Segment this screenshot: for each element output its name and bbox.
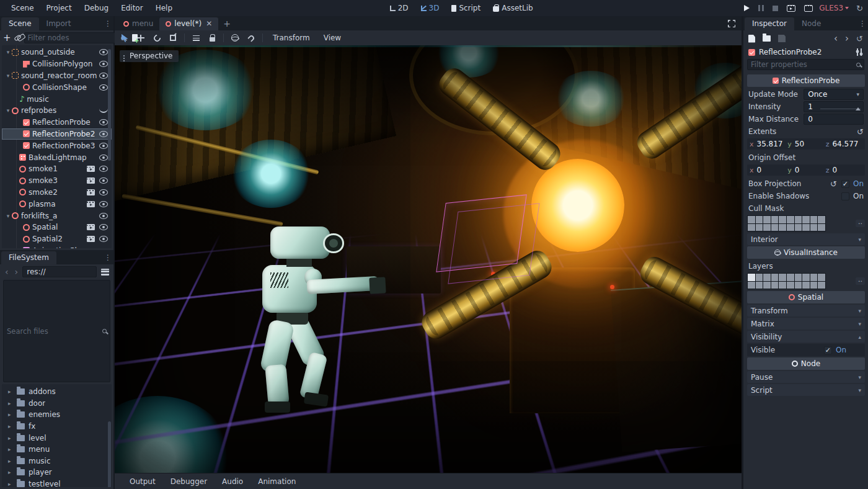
tree-node-reflectionprobe[interactable]: ReflectionProbe: [2, 117, 112, 128]
origin-y-field[interactable]: y0: [787, 166, 824, 174]
visibility-toggle[interactable]: [99, 49, 108, 55]
tree-node-reflectionprobe2-selected[interactable]: ReflectionProbe2: [2, 128, 112, 140]
play-custom-scene-button[interactable]: [804, 5, 813, 12]
layers-grid[interactable]: ..: [747, 273, 865, 289]
open-instance-button[interactable]: [87, 201, 95, 207]
visibility-toggle[interactable]: [99, 189, 108, 195]
cull-mask-grid[interactable]: ..: [747, 215, 865, 231]
lock-selected-button[interactable]: [207, 33, 217, 43]
folder-testlevel[interactable]: ▸testlevel: [2, 478, 112, 487]
expand-arrow-icon[interactable]: ▸: [8, 481, 13, 487]
revert-property-button[interactable]: ↺: [830, 180, 837, 188]
update-mode-select[interactable]: Once ▾: [804, 89, 864, 100]
filesystem-dock-menu-icon[interactable]: ⋮: [104, 253, 111, 262]
visibility-toggle[interactable]: [99, 119, 108, 125]
folder-level[interactable]: ▸level: [2, 432, 112, 444]
play-scene-button[interactable]: [787, 5, 795, 12]
filesystem-scrollbar[interactable]: [108, 421, 111, 487]
visibility-toggle[interactable]: [99, 224, 108, 230]
tree-node-music[interactable]: ♪ music: [2, 93, 112, 105]
group-script[interactable]: Script ▾: [747, 384, 865, 396]
folder-addons[interactable]: ▸addons: [2, 386, 112, 398]
tab-filesystem[interactable]: FileSystem: [1, 251, 56, 264]
visibility-toggle-hidden[interactable]: [99, 108, 108, 113]
list-select-tool-button[interactable]: [191, 33, 201, 43]
collapse-arrow-icon[interactable]: ▾: [4, 49, 12, 55]
play-button[interactable]: [744, 5, 750, 11]
visibility-toggle[interactable]: [99, 155, 108, 161]
workspace-3d-button[interactable]: 3D: [415, 2, 446, 14]
collapse-arrow-icon[interactable]: ▾: [4, 213, 12, 219]
tab-inspector[interactable]: Inspector: [745, 17, 794, 30]
audio-panel-button[interactable]: Audio: [216, 475, 249, 488]
workspace-script-button[interactable]: Script: [445, 2, 487, 14]
output-panel-button[interactable]: Output: [123, 475, 162, 488]
instance-scene-button[interactable]: [14, 32, 21, 43]
local-space-toggle[interactable]: [230, 33, 240, 43]
animation-panel-button[interactable]: Animation: [252, 475, 302, 488]
visibility-toggle[interactable]: [99, 131, 108, 137]
distraction-free-toggle[interactable]: [728, 20, 735, 27]
expand-arrow-icon[interactable]: ▸: [8, 400, 13, 406]
enable-shadows-checkbox[interactable]: [841, 192, 849, 200]
menu-debug[interactable]: Debug: [78, 2, 115, 14]
tree-node-smoke1[interactable]: smoke1: [2, 163, 112, 175]
tree-node-sound-outside[interactable]: ▾ sound_outside: [2, 47, 112, 58]
visibility-toggle[interactable]: [99, 143, 108, 149]
folder-music[interactable]: ▸music: [2, 455, 112, 467]
add-node-button[interactable]: +: [3, 32, 11, 43]
visible-checkbox[interactable]: ✓: [824, 346, 832, 354]
intensity-field[interactable]: 1: [804, 101, 864, 112]
workspace-assetlib-button[interactable]: AssetLib: [487, 2, 539, 14]
transform-menu[interactable]: Transform: [269, 32, 314, 43]
scene-tab-menu[interactable]: menu: [117, 17, 159, 30]
open-instance-button[interactable]: [87, 166, 95, 172]
extents-x-field[interactable]: x35.817: [750, 140, 786, 148]
expand-arrow-icon[interactable]: ▸: [8, 458, 13, 464]
inspector-dock-menu-icon[interactable]: ⋮: [859, 19, 866, 28]
box-projection-checkbox[interactable]: ✓: [841, 180, 849, 188]
tree-node-smoke3[interactable]: smoke3: [2, 175, 112, 187]
snap-toggle[interactable]: [246, 33, 256, 43]
expand-arrow-icon[interactable]: ▸: [8, 388, 13, 395]
visibility-toggle[interactable]: [99, 84, 108, 91]
save-resource-button[interactable]: [778, 35, 786, 42]
debugger-panel-button[interactable]: Debugger: [164, 475, 213, 488]
group-interior[interactable]: Interior ▾: [747, 233, 865, 245]
workspace-2d-button[interactable]: 2D: [384, 2, 415, 14]
visibility-toggle[interactable]: [99, 177, 108, 184]
extents-z-field[interactable]: z64.577: [826, 140, 862, 148]
filter-nodes-input[interactable]: [28, 34, 118, 42]
tree-node-sound-reactor-room[interactable]: ▾ sound_reactor_room: [2, 70, 112, 82]
tree-node-spatial2[interactable]: Spatial2: [2, 233, 112, 245]
filter-properties-input[interactable]: [751, 60, 854, 69]
expand-arrow-icon[interactable]: ▸: [8, 423, 13, 429]
folder-menu[interactable]: ▸menu: [2, 444, 112, 455]
tree-node-forklifts-a[interactable]: ▾ forklifts_a: [2, 210, 112, 222]
collapse-arrow-icon[interactable]: ▾: [4, 107, 12, 114]
expand-arrow-icon[interactable]: ▸: [8, 446, 13, 452]
history-forward-button[interactable]: ›: [845, 34, 849, 43]
tab-node[interactable]: Node: [794, 17, 828, 30]
view-menu[interactable]: View: [320, 32, 345, 43]
tree-node-collisionpolygon[interactable]: CollisionPolygon: [2, 58, 112, 70]
nav-back-button[interactable]: ‹: [3, 267, 11, 277]
scene-dock-menu-icon[interactable]: ⋮: [104, 19, 111, 28]
expand-arrow-icon[interactable]: ▸: [8, 469, 13, 475]
layers-more-button[interactable]: ..: [856, 277, 865, 285]
perspective-menu[interactable]: Perspective: [120, 50, 179, 62]
origin-z-field[interactable]: z0: [826, 166, 862, 174]
visibility-toggle[interactable]: [99, 73, 108, 79]
tree-node-spatial[interactable]: Spatial: [2, 222, 112, 233]
collapse-arrow-icon[interactable]: ▾: [4, 73, 12, 79]
scene-tab-level[interactable]: level(*) ✕: [159, 17, 218, 30]
tree-node-bakedlightmap[interactable]: BakedLightmap: [2, 151, 112, 163]
open-instance-button[interactable]: [87, 236, 95, 242]
stop-button[interactable]: [773, 6, 778, 11]
group-visibility[interactable]: Visibility ▴: [747, 331, 865, 343]
new-resource-button[interactable]: [748, 35, 755, 43]
visibility-toggle[interactable]: [99, 166, 108, 172]
visibility-toggle[interactable]: [99, 201, 108, 207]
tree-node-smoke2[interactable]: smoke2: [2, 187, 112, 199]
expand-arrow-icon[interactable]: ▸: [8, 435, 13, 441]
